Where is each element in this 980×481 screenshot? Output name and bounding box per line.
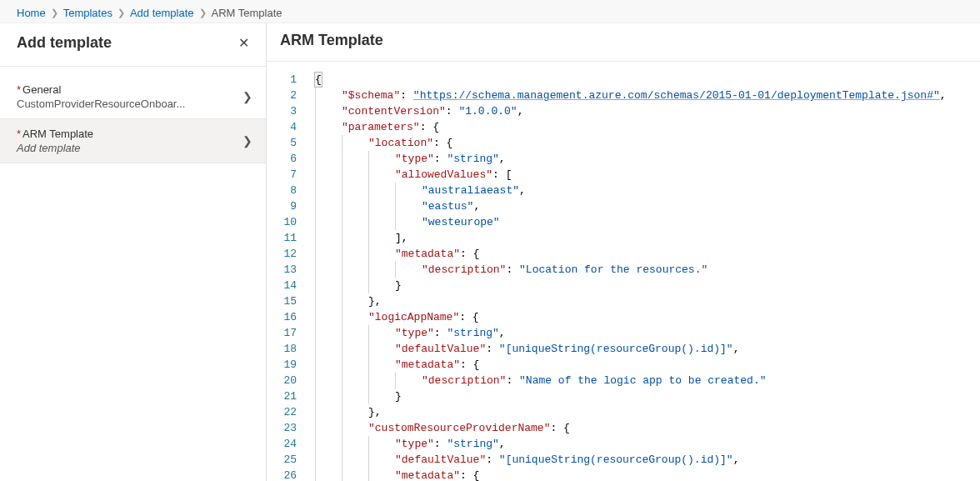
- indent-guide: [368, 230, 369, 246]
- json-punct: : {: [460, 248, 479, 260]
- json-punct: ,: [499, 438, 506, 450]
- json-punct: :: [434, 438, 448, 450]
- chevron-right-icon: ❯: [242, 134, 252, 148]
- json-string: "[uniqueString(resourceGroup().id)]": [499, 343, 733, 355]
- indent-guide: [395, 262, 396, 278]
- json-key: "defaultValue": [395, 343, 486, 355]
- indent-guide: [315, 452, 316, 468]
- close-icon[interactable]: ✕: [235, 32, 252, 54]
- line-number: 2: [267, 88, 297, 103]
- code-line[interactable]: "description": "Location for the resourc…: [308, 262, 980, 278]
- line-number: 6: [267, 151, 297, 167]
- code-line[interactable]: "contentVersion": "1.0.0.0",: [308, 103, 980, 119]
- json-punct: : {: [550, 422, 569, 434]
- indent-guide: [368, 388, 369, 404]
- breadcrumb-link[interactable]: Templates: [63, 7, 112, 19]
- left-pane-header: Add template ✕: [0, 23, 266, 67]
- json-punct: ],: [395, 232, 408, 244]
- line-number: 13: [267, 262, 297, 278]
- json-string: "australiaeast": [422, 184, 519, 197]
- code-line[interactable]: },: [308, 293, 980, 309]
- line-number: 16: [267, 309, 297, 325]
- section-arm-template[interactable]: *ARM Template Add template ❯: [0, 119, 266, 163]
- indent-guide: [368, 151, 369, 167]
- json-key: "description": [422, 263, 506, 276]
- chevron-right-icon: ❯: [242, 90, 252, 103]
- breadcrumb-link[interactable]: Add template: [130, 7, 194, 19]
- code-line[interactable]: }: [308, 388, 980, 404]
- code-line[interactable]: {: [308, 72, 980, 88]
- code-line[interactable]: "australiaeast",: [308, 183, 980, 198]
- line-number: 11: [267, 230, 297, 246]
- indent-guide: [315, 373, 316, 388]
- json-punct: :: [486, 453, 499, 466]
- right-pane: ARM Template 123456789101112131415161718…: [267, 23, 980, 481]
- breadcrumb-link[interactable]: Home: [17, 7, 46, 19]
- code-line[interactable]: "logicAppName": {: [308, 309, 980, 325]
- json-punct: :: [434, 153, 448, 165]
- indent-guide: [342, 230, 342, 246]
- json-punct: {: [315, 73, 322, 87]
- indent-guide: [368, 436, 369, 452]
- json-string: "westeurope": [422, 216, 500, 228]
- code-line[interactable]: "type": "string",: [308, 151, 980, 167]
- code-line[interactable]: ],: [308, 230, 980, 246]
- line-number: 19: [267, 357, 297, 373]
- indent-guide: [342, 420, 342, 436]
- code-line[interactable]: "parameters": {: [308, 119, 980, 135]
- indent-guide: [315, 119, 316, 135]
- line-number: 8: [267, 183, 297, 198]
- json-string: "string": [447, 327, 498, 339]
- json-key: "$schema": [342, 89, 400, 102]
- json-key: "type": [395, 438, 434, 450]
- indent-guide: [342, 357, 342, 373]
- code-line[interactable]: }: [308, 278, 980, 293]
- code-line[interactable]: "defaultValue": "[uniqueString(resourceG…: [308, 452, 980, 468]
- code-line[interactable]: },: [308, 404, 980, 420]
- indent-guide: [315, 246, 316, 262]
- json-punct: : {: [433, 137, 452, 149]
- json-string: "eastus": [422, 200, 473, 213]
- code-line[interactable]: "type": "string",: [308, 436, 980, 452]
- code-line[interactable]: "customResourceProviderName": {: [308, 420, 980, 436]
- indent-guide: [368, 278, 369, 293]
- json-string: "Name of the logic app to be created.": [519, 374, 766, 387]
- json-punct: ,: [499, 327, 506, 339]
- json-key: "contentVersion": [342, 105, 446, 118]
- indent-guide: [342, 135, 342, 151]
- section-general[interactable]: *General CustomProviderResourceOnboar...…: [0, 75, 266, 119]
- indent-guide: [315, 309, 316, 325]
- code-editor[interactable]: 1234567891011121314151617181920212223242…: [267, 62, 980, 481]
- code-line[interactable]: "description": "Name of the logic app to…: [308, 373, 980, 388]
- code-line[interactable]: "$schema": "https://schema.management.az…: [308, 88, 980, 103]
- json-string: "https://schema.management.azure.com/sch…: [413, 89, 940, 102]
- code-line[interactable]: "westeurope": [308, 214, 980, 230]
- indent-guide: [342, 214, 342, 230]
- indent-guide: [315, 293, 316, 309]
- json-punct: : {: [420, 121, 439, 133]
- code-line[interactable]: "location": {: [308, 135, 980, 151]
- indent-guide: [315, 357, 316, 373]
- line-number: 18: [267, 341, 297, 357]
- section-sub: Add template: [17, 142, 93, 154]
- code-line[interactable]: "metadata": {: [308, 246, 980, 262]
- code-content[interactable]: {"$schema": "https://schema.management.a…: [308, 72, 980, 481]
- json-punct: : {: [460, 469, 479, 481]
- indent-guide: [342, 167, 342, 183]
- indent-guide: [395, 373, 396, 388]
- indent-guide: [395, 183, 396, 198]
- json-punct: :: [506, 374, 519, 387]
- json-string: "1.0.0.0": [458, 105, 517, 118]
- indent-guide: [368, 183, 369, 198]
- indent-guide: [342, 452, 342, 468]
- code-line[interactable]: "metadata": {: [308, 468, 980, 481]
- code-line[interactable]: "eastus",: [308, 198, 980, 214]
- code-line[interactable]: "type": "string",: [308, 325, 980, 341]
- code-line[interactable]: "allowedValues": [: [308, 167, 980, 183]
- chevron-right-icon: ❯: [118, 8, 125, 18]
- indent-guide: [368, 262, 369, 278]
- code-line[interactable]: "defaultValue": "[uniqueString(resourceG…: [308, 341, 980, 357]
- code-line[interactable]: "metadata": {: [308, 357, 980, 373]
- line-number: 23: [267, 420, 297, 436]
- breadcrumb-current: ARM Template: [212, 7, 282, 19]
